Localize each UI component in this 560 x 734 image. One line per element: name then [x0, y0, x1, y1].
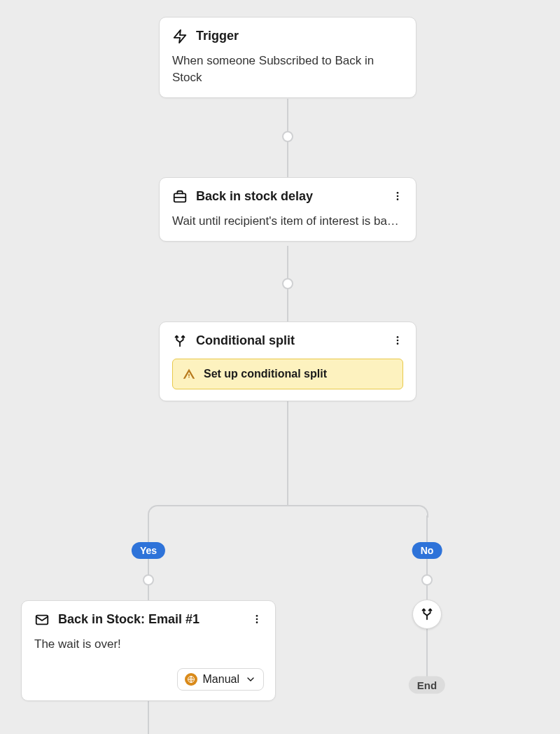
- warning-triangle-icon: [183, 368, 195, 380]
- card-title: Conditional split: [196, 333, 295, 349]
- card-description: The wait is over!: [34, 636, 262, 653]
- connector-corner: [148, 505, 160, 518]
- briefcase-icon: [172, 189, 188, 205]
- connector-dot: [282, 131, 293, 142]
- split-arrows-icon: [419, 607, 435, 622]
- setup-warning[interactable]: Set up conditional split: [172, 359, 403, 389]
- mode-label: Manual: [203, 673, 239, 686]
- svg-point-2: [397, 192, 399, 194]
- connector-dot: [282, 278, 293, 289]
- branch-label-no: No: [412, 542, 442, 559]
- card-description: Wait until recipient's item of interest …: [172, 213, 403, 230]
- connector-dot: [421, 574, 433, 586]
- svg-point-5: [397, 336, 399, 338]
- svg-point-9: [256, 615, 258, 617]
- trigger-card[interactable]: Trigger When someone Subscribed to Back …: [159, 17, 416, 98]
- connector-dot: [143, 574, 154, 586]
- mode-status-icon: [185, 673, 197, 686]
- connector-line: [287, 401, 288, 506]
- svg-point-11: [256, 621, 258, 623]
- end-label: End: [409, 677, 445, 694]
- card-more-button[interactable]: [389, 188, 406, 205]
- svg-point-7: [397, 342, 399, 345]
- card-title: Trigger: [196, 29, 239, 44]
- svg-point-6: [397, 340, 399, 342]
- svg-point-3: [397, 195, 399, 198]
- svg-point-10: [256, 618, 258, 621]
- svg-point-4: [397, 198, 399, 200]
- connector-line: [158, 505, 417, 506]
- card-title: Back in Stock: Email #1: [58, 612, 200, 628]
- svg-marker-0: [174, 30, 186, 43]
- card-title: Back in stock delay: [196, 189, 313, 205]
- mail-icon: [34, 612, 50, 628]
- flow-canvas[interactable]: Yes No End Trigger When someone Subscrib…: [0, 0, 560, 734]
- email-card[interactable]: Back in Stock: Email #1 The wait is over…: [21, 600, 276, 701]
- warning-label: Set up conditional split: [204, 368, 327, 380]
- add-step-button[interactable]: [412, 600, 442, 629]
- split-arrows-icon: [172, 333, 188, 349]
- card-more-button[interactable]: [248, 611, 265, 628]
- lightning-icon: [172, 29, 188, 44]
- conditional-split-card[interactable]: Conditional split Set up conditional spl…: [159, 321, 416, 401]
- chevron-down-icon: [245, 674, 256, 685]
- delay-card[interactable]: Back in stock delay Wait until recipient…: [159, 177, 416, 242]
- card-more-button[interactable]: [389, 332, 406, 349]
- send-mode-selector[interactable]: Manual: [177, 668, 264, 691]
- branch-label-yes: Yes: [132, 542, 165, 559]
- card-description: When someone Subscribed to Back in Stock: [172, 53, 403, 86]
- connector-line: [148, 701, 149, 734]
- connector-line: [426, 515, 428, 677]
